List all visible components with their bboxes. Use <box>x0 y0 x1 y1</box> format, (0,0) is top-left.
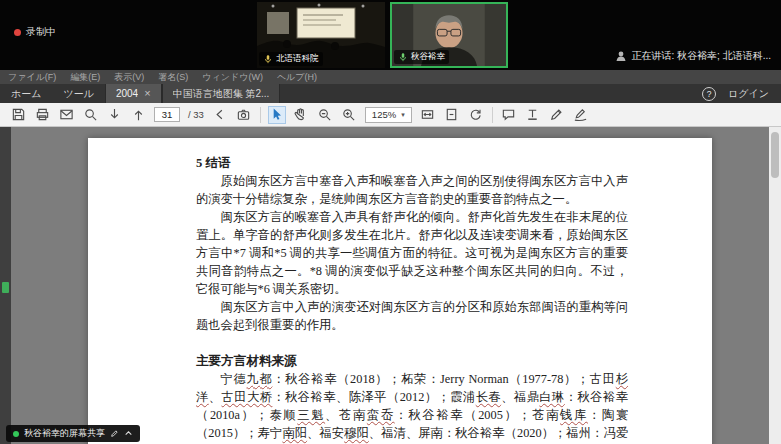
page-up-icon[interactable] <box>130 107 146 123</box>
toolbar-separator <box>260 107 261 123</box>
recording-indicator: 录制中 <box>14 25 56 39</box>
pencil-icon[interactable] <box>549 107 565 123</box>
chevron-up-icon[interactable] <box>124 429 133 438</box>
menu-view[interactable]: 表示(V) <box>114 71 144 84</box>
speaking-label: 正在讲话: 秋谷裕幸; 北语语科... <box>632 49 771 63</box>
recording-label: 录制中 <box>26 25 56 39</box>
app-menu-bar: ファイル(F) 編集(E) 表示(V) 署名(S) ウィンドウ(W) ヘルプ(H… <box>0 70 781 84</box>
previous-view-icon[interactable] <box>212 107 228 123</box>
video-tile-speaker[interactable]: 秋谷裕幸 <box>390 2 508 68</box>
zoom-level-value: 125% <box>372 109 396 120</box>
help-icon[interactable]: ? <box>702 87 716 101</box>
chevron-down-icon: ▾ <box>401 111 405 119</box>
snapshot-icon[interactable] <box>236 107 252 123</box>
paragraph: 闽东区方言的喉塞音入声具有舒声化的倾向。舒声化首先发生在非末尾的位置上。单字音的… <box>196 208 628 298</box>
tab-bar: ホーム ツール 2004 × 中国语言地图集 第2... ? ログイン <box>0 84 781 103</box>
speaker-avatar-icon <box>615 50 627 62</box>
vertical-scrollbar[interactable] <box>769 127 781 444</box>
page-total-label: / 33 <box>188 109 204 120</box>
hand-tool-icon[interactable] <box>293 107 309 123</box>
pdf-page: 5 结语 原始闽东区方言中塞音入声和喉塞音入声之间的区别使得闽东区方言中入声的演… <box>88 138 712 444</box>
paragraph: 原始闽东区方言中塞音入声和喉塞音入声之间的区别使得闽东区方言中入声的演变十分错综… <box>196 172 628 208</box>
rotate-view-icon[interactable] <box>468 107 484 123</box>
login-button[interactable]: ログイン <box>728 87 769 101</box>
scrollbar-thumb[interactable] <box>771 132 779 178</box>
screen: 录制中 <box>0 0 781 444</box>
menu-help[interactable]: ヘルプ(H) <box>277 71 317 84</box>
print-icon[interactable] <box>34 107 50 123</box>
select-tool-icon[interactable] <box>269 107 285 123</box>
highlight-icon[interactable] <box>525 107 541 123</box>
document-viewport[interactable]: 5 结语 原始闽东区方言中塞音入声和喉塞音入声之间的区别使得闽东区方言中入声的演… <box>0 127 781 444</box>
sources-heading: 主要方言材料来源 <box>196 352 628 370</box>
tab-home-label: ホーム <box>11 87 41 101</box>
participant-name: 秋谷裕幸 <box>411 51 445 63</box>
page-number-input[interactable] <box>154 107 180 122</box>
menu-window[interactable]: ウィンドウ(W) <box>202 71 263 84</box>
sources-paragraph: 宁德九都：秋谷裕幸（2018）；柘荣：Jerry Norman（1977-78）… <box>196 370 628 444</box>
tab-tools[interactable]: ツール <box>52 84 104 103</box>
zoom-out-icon[interactable] <box>317 107 333 123</box>
recording-dot-icon <box>14 29 21 36</box>
search-icon[interactable] <box>82 107 98 123</box>
close-tab-icon[interactable]: × <box>144 88 150 99</box>
menu-file[interactable]: ファイル(F) <box>8 71 56 84</box>
zoom-level-dropdown[interactable]: 125% ▾ <box>365 107 412 123</box>
paragraph: 闽东区方言中入声的演变还对闽东区方言的分区和原始东部闽语的重构等问题也会起到很重… <box>196 298 628 334</box>
participant-name: 北语语科院 <box>276 53 319 65</box>
document-tab-2004[interactable]: 2004 × <box>105 84 162 103</box>
panel-icon[interactable] <box>2 282 9 293</box>
document-tab-label: 2004 <box>116 88 138 99</box>
video-thumbnails: 北语语科院 <box>257 2 508 68</box>
share-status-dot-icon <box>13 431 19 437</box>
video-tile-classroom[interactable]: 北语语科院 <box>257 2 385 68</box>
zoom-in-icon[interactable] <box>341 107 357 123</box>
nav-panel-strip[interactable] <box>0 127 11 444</box>
save-icon[interactable] <box>10 107 26 123</box>
signature-icon[interactable] <box>573 107 589 123</box>
page-down-icon[interactable] <box>106 107 122 123</box>
annotate-pencil-icon[interactable] <box>110 429 119 438</box>
document-tab-atlas[interactable]: 中国语言地图集 第2... <box>162 84 281 103</box>
tab-bar-right: ? ログイン <box>702 84 781 103</box>
mic-icon <box>263 54 273 64</box>
speaking-indicator: 正在讲话: 秋谷裕幸; 北语语科... <box>615 49 771 63</box>
fit-page-icon[interactable] <box>444 107 460 123</box>
tab-tools-label: ツール <box>63 87 93 101</box>
menu-edit[interactable]: 編集(E) <box>70 71 100 84</box>
tab-home[interactable]: ホーム <box>0 84 52 103</box>
mic-active-icon <box>398 52 408 62</box>
participant-name-tag: 秋谷裕幸 <box>394 50 449 64</box>
meeting-top-bar: 录制中 <box>0 0 781 70</box>
document-tab-label: 中国语言地图集 第2... <box>173 87 270 101</box>
email-icon[interactable] <box>58 107 74 123</box>
section-heading: 5 结语 <box>196 154 628 172</box>
toolbar: / 33 125% ▾ <box>0 103 781 127</box>
share-banner-label: 秋谷裕幸的屏幕共享 <box>24 427 105 440</box>
comment-icon[interactable] <box>501 107 517 123</box>
toolbar-separator <box>492 107 493 123</box>
screen-share-banner[interactable]: 秋谷裕幸的屏幕共享 <box>6 425 140 442</box>
participant-name-tag: 北语语科院 <box>259 52 323 66</box>
fit-width-icon[interactable] <box>420 107 436 123</box>
menu-sign[interactable]: 署名(S) <box>158 71 188 84</box>
